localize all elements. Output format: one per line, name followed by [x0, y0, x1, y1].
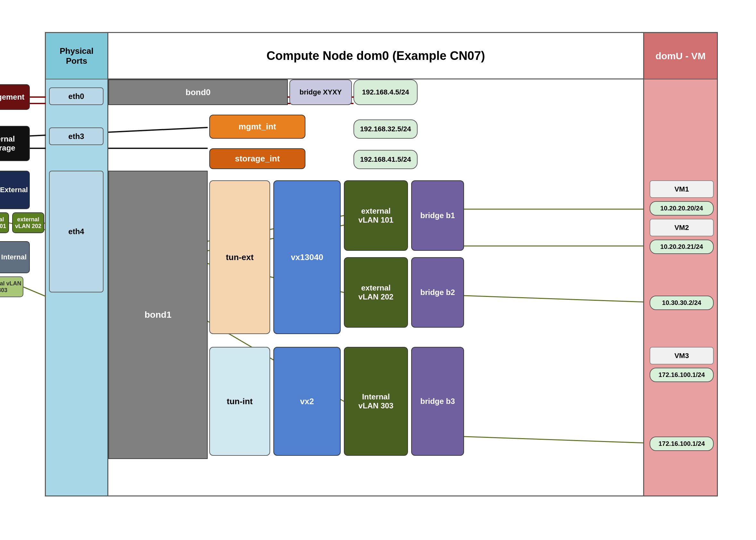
ext-vlan-202: external vLAN 202	[344, 257, 408, 328]
bridge-b1: bridge b1	[411, 180, 464, 251]
ext-vlan-101-small: external vLAN 101	[0, 212, 9, 233]
svg-line-6	[464, 296, 645, 302]
tun-int-interface: tun-int	[209, 347, 270, 456]
mgmt-int-interface: mgmt_int	[209, 115, 305, 139]
bridge-xyxy: bridge XYXY	[289, 79, 352, 105]
eth3-port: eth3	[49, 127, 103, 145]
tun-ext-interface: tun-ext	[209, 180, 270, 334]
vm3-label: VM3	[650, 347, 714, 364]
eth4-port: eth4	[49, 171, 103, 292]
physical-ports-header: Physical Ports	[46, 33, 107, 79]
internal-storage-box: Internal Storage	[0, 126, 30, 161]
default-external-box: Default External	[0, 171, 30, 209]
vm3-ip: 172.16.100.1/24	[650, 368, 714, 382]
vm-172-ip: 172.16.100.1/24	[650, 437, 714, 451]
ext-vlan-202-small: external vLAN 202	[12, 212, 44, 233]
int-vlan-303-small: Internal vLAN 303	[0, 276, 23, 297]
ip-192-4: 192.168.4.5/24	[353, 79, 418, 105]
int-vlan-303: Internal vLAN 303	[344, 347, 408, 456]
physical-ports-label: Physical Ports	[49, 46, 104, 66]
vm1-ip: 10.20.20.20/24	[650, 201, 714, 215]
bond1: bond1	[108, 171, 208, 459]
vm-302-ip: 10.30.30.2/24	[650, 296, 714, 310]
default-internal-box: Default Internal	[0, 241, 30, 273]
vm2-label: VM2	[650, 219, 714, 236]
domu-column: domU - VM VM1 10.20.20.20/24 VM2 10.20.2…	[643, 33, 717, 495]
vx13040-interface: vx13040	[274, 180, 341, 334]
svg-line-7	[464, 437, 645, 443]
storage-int-interface: storage_int	[209, 148, 305, 169]
diagram-container: Physical Ports eth0 eth3 eth4 Compute No…	[45, 32, 718, 496]
vm2-ip: 10.20.20.21/24	[650, 239, 714, 254]
main-header: Compute Node dom0 (Example CN07)	[108, 33, 643, 79]
bond0: bond0	[108, 79, 288, 105]
management-box: Management	[0, 84, 30, 110]
ip-192-32: 192.168.32.5/24	[353, 119, 418, 139]
ip-192-41: 192.168.41.5/24	[353, 150, 418, 169]
ext-vlan-101: external vLAN 101	[344, 180, 408, 251]
domu-header: domU - VM	[644, 33, 717, 79]
bridge-b2: bridge b2	[411, 257, 464, 328]
physical-ports-column: Physical Ports eth0 eth3 eth4	[46, 33, 108, 495]
vm1-label: VM1	[650, 180, 714, 198]
eth0-port: eth0	[49, 87, 103, 105]
bridge-b3: bridge b3	[411, 347, 464, 456]
vx2-interface: vx2	[274, 347, 341, 456]
